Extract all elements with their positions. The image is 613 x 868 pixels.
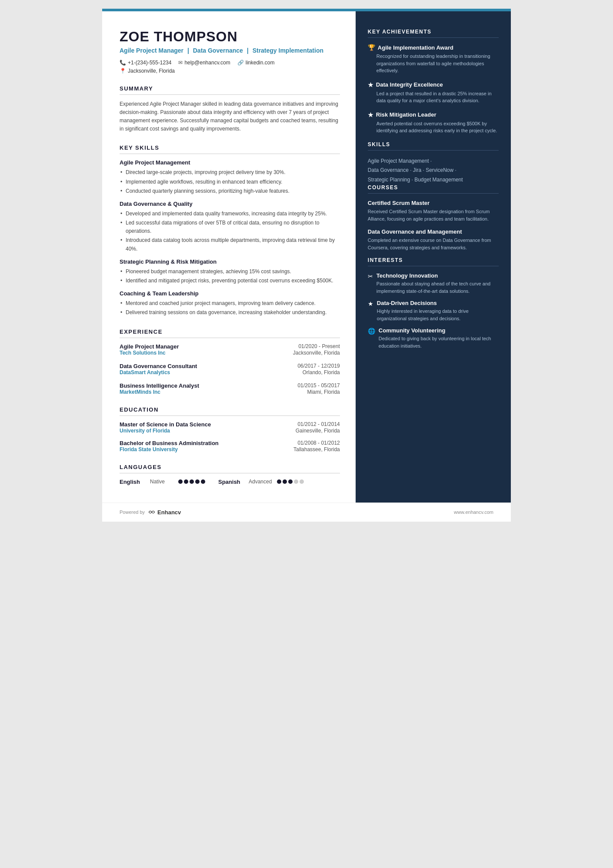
exp-company-1: Tech Solutions Inc [120, 350, 166, 356]
achievement-name-1: Agile Implementation Award [378, 44, 453, 51]
achievement-icon-1: 🏆 [368, 44, 375, 51]
phone-icon: 📞 [120, 60, 126, 66]
skill-bullet: Developed and implemented data quality f… [120, 210, 340, 218]
skill-line-1: Agile Project Management · [368, 157, 499, 166]
exp-meta-2: DataSmart Analytics Orlando, Florida [120, 369, 340, 375]
footer-website: www.enhancv.com [454, 509, 493, 515]
exp-location-2: Orlando, Florida [303, 369, 340, 375]
experience-section: EXPERIENCE Agile Project Manager 01/2020… [120, 328, 340, 395]
title-2: Data Governance [193, 47, 243, 54]
brand-name: Enhancv [157, 509, 181, 516]
dot [300, 479, 304, 484]
exp-location-1: Jacksonville, Florida [293, 350, 340, 356]
interest-title-1: Technology Innovation [376, 272, 499, 279]
achievement-name-2: Data Integrity Excellence [376, 81, 443, 88]
skill-group-4-title: Coaching & Team Leadership [120, 290, 340, 297]
separator-2: | [247, 47, 250, 54]
skill-line-3: Strategic Planning · Budget Management [368, 175, 499, 185]
phone-text: +1-(234)-555-1234 [128, 60, 171, 66]
resume-body: ZOE THOMPSON Agile Project Manager | Dat… [102, 11, 511, 503]
skill-group-2-title: Data Governance & Quality [120, 201, 340, 207]
dot [283, 479, 287, 484]
summary-section: SUMMARY Experienced Agile Project Manage… [120, 85, 340, 134]
edu-header-1: Master of Science in Data Science 01/201… [120, 421, 340, 428]
experience-title: EXPERIENCE [120, 328, 340, 338]
achievement-item-2: ★ Data Integrity Excellence Led a projec… [368, 81, 499, 104]
edu-school-1: University of Florida [120, 428, 170, 434]
exp-entry-3: Business Intelligence Analyst 01/2015 - … [120, 382, 340, 395]
edu-degree-1: Master of Science in Data Science [120, 421, 211, 428]
lang-item-english: English Native [120, 479, 205, 485]
languages-section: LANGUAGES English Native [120, 464, 340, 485]
lang-dots-spanish [277, 479, 304, 484]
education-title: EDUCATION [120, 406, 340, 416]
edu-entry-2: Bachelor of Business Administration 01/2… [120, 440, 340, 452]
location-text: Jacksonville, Florida [128, 68, 175, 74]
edu-location-2: Tallahassee, Florida [293, 446, 340, 452]
dot [190, 479, 194, 484]
skills-right-title: SKILLS [368, 141, 499, 151]
exp-header-3: Business Intelligence Analyst 01/2015 - … [120, 382, 340, 389]
summary-title: SUMMARY [120, 85, 340, 95]
course-item-2: Data Governance and Management Completed… [368, 228, 499, 251]
skill-group-1-list: Directed large-scale projects, improving… [120, 168, 340, 195]
edu-school-2: Florida State University [120, 446, 178, 452]
candidate-name: ZOE THOMPSON [120, 29, 340, 45]
interest-item-3: 🌐 Community Volunteering Dedicated to gi… [368, 327, 499, 349]
dot [195, 479, 200, 484]
key-achievements-title: KEY ACHIEVEMENTS [368, 29, 499, 38]
exp-job-title-2: Data Governance Consultant [120, 363, 197, 369]
skill-group-4-list: Mentored and coached junior project mana… [120, 299, 340, 317]
education-section: EDUCATION Master of Science in Data Scie… [120, 406, 340, 452]
achievement-icon-3: ★ [368, 111, 373, 118]
interest-icon-2: ★ [368, 300, 373, 307]
skill-bullet: Introduced data catalog tools across mul… [120, 236, 340, 253]
skill-tags: Agile Project Management · Data Governan… [368, 157, 499, 185]
footer-brand: Powered by Enhancv [120, 509, 181, 516]
summary-text: Experienced Agile Project Manager skille… [120, 100, 340, 134]
location-row: 📍 Jacksonville, Florida [120, 68, 340, 74]
skill-bullet: Pioneered budget management strategies, … [120, 268, 340, 276]
left-column: ZOE THOMPSON Agile Project Manager | Dat… [102, 11, 356, 503]
edu-degree-2: Bachelor of Business Administration [120, 440, 219, 446]
achievement-icon-2: ★ [368, 81, 373, 88]
skill-bullet: Mentored and coached junior project mana… [120, 299, 340, 308]
lang-item-spanish: Spanish Advanced [218, 479, 304, 485]
interest-desc-3: Dedicated to giving back by volunteering… [379, 335, 499, 349]
interest-title-2: Data-Driven Decisions [377, 300, 499, 306]
edu-dates-2: 01/2008 - 01/2012 [297, 440, 340, 446]
interest-item-1: ✂ Technology Innovation Passionate about… [368, 272, 499, 295]
skill-bullet: Delivered training sessions on data gove… [120, 308, 340, 317]
contact-row: 📞 +1-(234)-555-1234 ✉ help@enhancv.com 🔗… [120, 60, 340, 66]
achievement-desc-1: Recognized for outstanding leadership in… [368, 53, 499, 74]
languages-row: English Native Spanish Advanced [120, 479, 340, 485]
edu-dates-1: 01/2012 - 01/2014 [297, 421, 340, 428]
achievement-title-1: 🏆 Agile Implementation Award [368, 44, 499, 51]
exp-job-title-3: Business Intelligence Analyst [120, 382, 199, 389]
skill-bullet: Identified and mitigated project risks, … [120, 277, 340, 285]
interest-icon-3: 🌐 [368, 328, 375, 335]
courses-section: COURSES Certified Scrum Master Received … [368, 184, 499, 251]
course-item-1: Certified Scrum Master Received Certifie… [368, 200, 499, 222]
resume-wrapper: ZOE THOMPSON Agile Project Manager | Dat… [102, 9, 511, 522]
exp-entry-1: Agile Project Manager 01/2020 - Present … [120, 343, 340, 356]
edu-location-1: Gainesville, Florida [296, 428, 340, 434]
course-desc-1: Received Certified Scrum Master designat… [368, 208, 499, 222]
dot [294, 479, 298, 484]
exp-dates-2: 06/2017 - 12/2019 [297, 363, 340, 369]
exp-location-3: Miami, Florida [307, 389, 340, 395]
exp-company-3: MarketMinds Inc [120, 389, 160, 395]
interest-item-2: ★ Data-Driven Decisions Highly intereste… [368, 300, 499, 322]
interests-title: INTERESTS [368, 257, 499, 266]
exp-company-2: DataSmart Analytics [120, 369, 170, 375]
interest-content-1: Technology Innovation Passionate about s… [376, 272, 499, 295]
lang-name-english: English [120, 479, 146, 485]
interests-section: INTERESTS ✂ Technology Innovation Passio… [368, 257, 499, 349]
skill-bullet: Led successful data migrations of over 5… [120, 219, 340, 235]
achievement-desc-3: Averted potential cost overruns exceedin… [368, 120, 499, 134]
exp-meta-1: Tech Solutions Inc Jacksonville, Florida [120, 350, 340, 356]
interest-content-3: Community Volunteering Dedicated to givi… [379, 327, 499, 349]
achievement-desc-2: Led a project that resulted in a drastic… [368, 90, 499, 104]
dot [277, 479, 281, 484]
edu-meta-1: University of Florida Gainesville, Flori… [120, 428, 340, 434]
